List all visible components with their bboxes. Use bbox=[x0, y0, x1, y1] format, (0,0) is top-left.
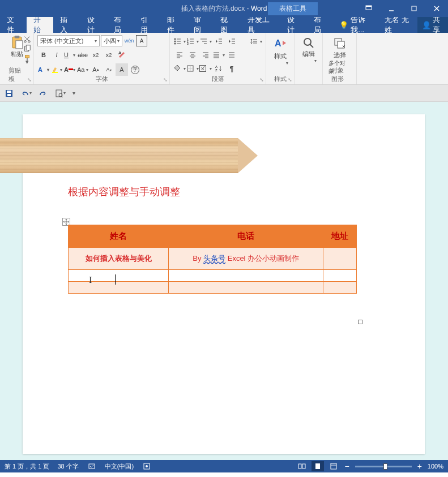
tab-insert[interactable]: 插入 bbox=[53, 17, 80, 33]
language-indicator[interactable]: 中文(中国) bbox=[105, 462, 134, 471]
group-font: 宋体 (中文正文)▾ 小四▾ wén A B I U▾ abc x2 x2 A … bbox=[34, 33, 170, 84]
text-effects-button[interactable]: A▾ bbox=[37, 63, 50, 76]
phonetic-guide-button[interactable]: wén bbox=[123, 35, 135, 46]
macro-record-icon[interactable] bbox=[142, 461, 152, 471]
decrease-indent-button[interactable] bbox=[212, 35, 225, 48]
undo-button[interactable]: ▾ bbox=[20, 89, 32, 98]
line-spacing-button[interactable]: ▾ bbox=[250, 35, 262, 48]
clear-formatting-button[interactable]: A bbox=[116, 49, 128, 61]
tab-table-design[interactable]: 设计 bbox=[280, 17, 307, 33]
tab-design[interactable]: 设计 bbox=[80, 17, 107, 33]
align-center-button[interactable] bbox=[186, 49, 199, 61]
tell-me-search[interactable]: 💡 告诉我... bbox=[334, 15, 379, 35]
group-font-label: 字体 bbox=[96, 75, 108, 83]
font-size-select[interactable]: 小四▾ bbox=[101, 35, 122, 46]
underline-button[interactable]: U▾ bbox=[63, 49, 76, 61]
maximize-icon[interactable] bbox=[403, 2, 425, 15]
cell[interactable] bbox=[169, 270, 323, 282]
tab-references[interactable]: 引用 bbox=[134, 17, 160, 33]
print-layout-icon[interactable] bbox=[312, 461, 324, 471]
multilevel-list-button[interactable]: ▾ bbox=[199, 35, 212, 48]
bold-button[interactable]: B bbox=[37, 49, 50, 61]
document-table[interactable]: 姓名 电话 地址 如何插入表格与美化 By 头条号 Excel 办公小动画制作 … bbox=[68, 225, 357, 294]
increase-indent-button[interactable] bbox=[225, 35, 238, 48]
clipboard-launcher-icon[interactable]: ⤡ bbox=[27, 77, 32, 83]
distribute-button[interactable] bbox=[225, 49, 238, 61]
th-name[interactable]: 姓名 bbox=[69, 225, 169, 248]
paragraph-launcher-icon[interactable]: ⤡ bbox=[259, 77, 264, 83]
superscript-button[interactable]: x2 bbox=[103, 49, 115, 61]
tab-developer[interactable]: 开发工具 bbox=[241, 17, 280, 33]
page-indicator[interactable]: 第 1 页，共 1 页 bbox=[5, 462, 49, 471]
tab-view[interactable]: 视图 bbox=[214, 17, 240, 33]
cut-icon[interactable] bbox=[23, 35, 31, 43]
zoom-level[interactable]: 100% bbox=[428, 463, 443, 470]
cell[interactable] bbox=[323, 270, 357, 282]
styles-launcher-icon[interactable]: ⤡ bbox=[288, 77, 292, 83]
character-border-button[interactable]: A bbox=[136, 35, 147, 46]
highlight-button[interactable]: ▾ bbox=[50, 63, 63, 76]
grow-font-button[interactable]: A▴ bbox=[89, 63, 102, 76]
share-button[interactable]: 👤 共享 bbox=[417, 17, 448, 33]
show-marks-button[interactable]: ¶ bbox=[225, 62, 238, 75]
save-button[interactable] bbox=[5, 89, 14, 98]
borders-button[interactable]: ▾ bbox=[186, 62, 199, 75]
italic-button[interactable]: I bbox=[50, 49, 63, 61]
cell[interactable]: 如何插入表格与美化 bbox=[69, 248, 169, 270]
change-case-button[interactable]: Aa▾ bbox=[76, 63, 89, 76]
wood-shape[interactable] bbox=[0, 138, 238, 173]
tab-layout[interactable]: 布局 bbox=[107, 17, 134, 33]
justify-button[interactable]: ▾ bbox=[212, 49, 225, 61]
zoom-in-button[interactable]: + bbox=[416, 461, 423, 472]
cell-active[interactable]: I bbox=[69, 270, 169, 282]
print-preview-button[interactable]: ▾ bbox=[54, 89, 66, 98]
font-color-button[interactable]: A▾ bbox=[63, 63, 76, 76]
tab-review[interactable]: 审阅 bbox=[187, 17, 214, 33]
cell[interactable] bbox=[323, 248, 357, 270]
align-left-button[interactable] bbox=[173, 49, 186, 61]
copy-icon[interactable] bbox=[23, 45, 31, 53]
spellcheck-icon[interactable] bbox=[87, 461, 97, 471]
zoom-out-button[interactable]: − bbox=[343, 461, 350, 472]
zoom-thumb[interactable] bbox=[383, 463, 387, 470]
styles-button[interactable]: A 样式 ▾ bbox=[270, 34, 291, 68]
enclose-char-button[interactable]: 字 bbox=[129, 63, 141, 76]
align-right-button[interactable] bbox=[199, 49, 212, 61]
user-login[interactable]: 无名 无姓 bbox=[379, 15, 417, 35]
read-mode-icon[interactable] bbox=[297, 461, 307, 471]
web-layout-icon[interactable] bbox=[328, 461, 339, 471]
th-address[interactable]: 地址 bbox=[323, 225, 357, 248]
zoom-slider[interactable] bbox=[355, 466, 412, 467]
table-resize-handle[interactable] bbox=[358, 320, 362, 324]
asian-layout-button[interactable]: ×́▾ bbox=[199, 62, 212, 75]
tab-home[interactable]: 开始 bbox=[27, 17, 53, 33]
close-icon[interactable] bbox=[425, 2, 448, 15]
subscript-button[interactable]: x2 bbox=[89, 49, 102, 61]
th-phone[interactable]: 电话 bbox=[169, 225, 323, 248]
format-painter-icon[interactable] bbox=[23, 54, 31, 62]
shading-button[interactable]: ▾ bbox=[173, 62, 186, 75]
bullets-button[interactable]: ▾ bbox=[173, 35, 186, 48]
tab-mailings[interactable]: 邮件 bbox=[160, 17, 187, 33]
editing-button[interactable]: 编辑 ▾ bbox=[298, 34, 319, 66]
tab-file[interactable]: 文件 bbox=[0, 17, 27, 33]
tab-table-layout[interactable]: 布局 bbox=[307, 17, 334, 33]
numbering-button[interactable]: 123▾ bbox=[186, 35, 199, 48]
font-launcher-icon[interactable]: ⤡ bbox=[163, 77, 168, 83]
redo-button[interactable] bbox=[39, 89, 48, 98]
heading-text[interactable]: 根据内容调整与手动调整 bbox=[68, 185, 180, 199]
ribbon-options-icon[interactable] bbox=[357, 2, 380, 15]
char-shading-button[interactable]: A bbox=[116, 63, 128, 76]
cell[interactable] bbox=[323, 282, 357, 294]
sort-button[interactable]: AZ bbox=[212, 62, 225, 75]
cell[interactable]: By 头条号 Excel 办公小动画制作 bbox=[169, 248, 323, 270]
word-count[interactable]: 38 个字 bbox=[57, 462, 78, 471]
cell[interactable] bbox=[169, 282, 323, 294]
document-area[interactable]: 根据内容调整与手动调整 姓名 电话 地址 如何插入表格与美化 By 头条号 Ex… bbox=[0, 102, 448, 460]
qat-customize-button[interactable]: ▾ bbox=[72, 90, 75, 96]
shrink-font-button[interactable]: A▾ bbox=[103, 63, 115, 76]
cell[interactable] bbox=[69, 282, 169, 294]
strikethrough-button[interactable]: abc bbox=[76, 49, 89, 61]
font-name-select[interactable]: 宋体 (中文正文)▾ bbox=[37, 35, 100, 46]
minimize-icon[interactable] bbox=[380, 2, 403, 15]
